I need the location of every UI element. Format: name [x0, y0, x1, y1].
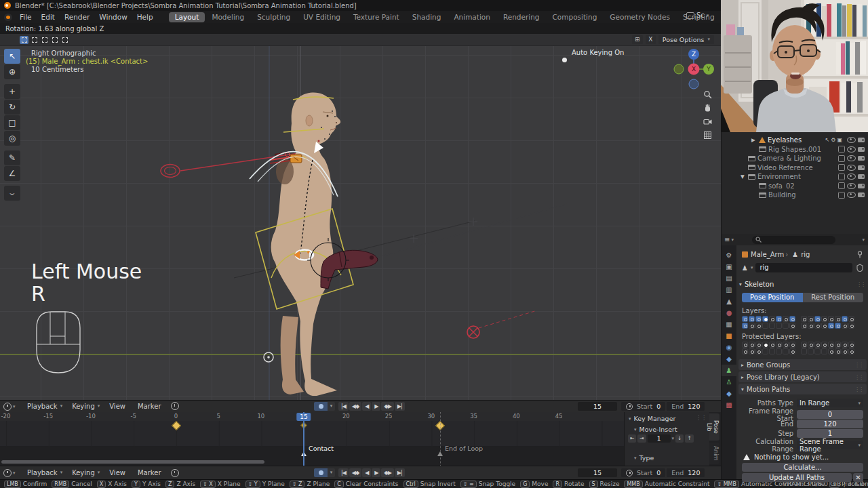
tab-pose-lib[interactable]: Pose Lib: [709, 413, 719, 441]
bone-layer-toggle[interactable]: [776, 323, 782, 329]
bone-layer-toggle[interactable]: [789, 342, 795, 348]
bone-layer-toggle[interactable]: [776, 342, 782, 348]
panel-drag-dots-icon[interactable]: ⋮⋮: [696, 415, 707, 421]
select-mode-lasso-button[interactable]: [50, 36, 59, 44]
bone-layer-toggle[interactable]: [801, 316, 807, 322]
bone-layer-toggle[interactable]: [776, 316, 782, 322]
hide-eye-icon[interactable]: [847, 183, 856, 189]
pan-hand-icon[interactable]: [701, 102, 713, 114]
outliner-item[interactable]: ▼ Environment: [722, 172, 868, 182]
bone-layer-toggle[interactable]: [842, 323, 848, 329]
frame-end-field[interactable]: End120: [667, 402, 705, 411]
bone-layer-toggle[interactable]: [749, 342, 755, 348]
bone-layer-toggle[interactable]: [789, 348, 795, 354]
bone-layer-toggle[interactable]: [814, 323, 821, 329]
rest-position-button[interactable]: Rest Position: [803, 293, 864, 302]
editor-type-button[interactable]: ≡▾: [724, 236, 734, 243]
navigation-gizmo[interactable]: Z Y X: [668, 47, 719, 92]
bone-layer-toggle[interactable]: [848, 348, 854, 354]
bone-layer-toggle[interactable]: [783, 342, 789, 348]
workspace-tab[interactable]: Animation: [448, 12, 496, 22]
search-input[interactable]: [752, 236, 835, 244]
workspace-tab[interactable]: UV Editing: [297, 12, 347, 22]
bone-layer-toggle[interactable]: [783, 323, 789, 329]
auto-keying-record-button[interactable]: [314, 468, 328, 477]
render-camera-icon[interactable]: [858, 147, 865, 152]
render-camera-icon[interactable]: [858, 165, 865, 170]
tool-annotate[interactable]: ✎: [4, 150, 20, 165]
jump-prev-key-button[interactable]: ⇤: [628, 434, 636, 443]
menu-item[interactable]: Render: [60, 12, 94, 22]
transform-orientation-x-button[interactable]: X: [646, 35, 656, 44]
bone-layer-toggle[interactable]: [749, 323, 755, 329]
bone-layer-toggle[interactable]: [742, 323, 748, 329]
camera-view-icon[interactable]: [701, 115, 713, 127]
gizmo-neg-z[interactable]: [689, 79, 698, 89]
selectability-checkbox[interactable]: [838, 155, 845, 162]
key-offset-field[interactable]: 1: [648, 434, 671, 443]
key-download-button[interactable]: ↓: [675, 434, 684, 443]
transport-button[interactable]: ◀◆: [349, 402, 361, 411]
update-all-paths-button[interactable]: Update All Paths: [742, 473, 852, 482]
render-camera-icon[interactable]: [858, 184, 865, 188]
bone-layer-toggle[interactable]: [835, 348, 841, 354]
transport-button[interactable]: ▶|: [395, 468, 405, 477]
bone-layer-toggle[interactable]: [842, 348, 848, 354]
properties-tab-texture[interactable]: ▩: [722, 399, 736, 411]
render-camera-icon[interactable]: [858, 192, 865, 197]
jump-next-key-button[interactable]: ⇥: [637, 434, 646, 443]
bone-layer-toggle[interactable]: [808, 348, 814, 354]
transport-button[interactable]: ◀: [362, 468, 371, 477]
bone-layer-toggle[interactable]: [808, 316, 814, 322]
tool-move[interactable]: +: [4, 84, 20, 99]
panel-drag-dots-icon[interactable]: ⋮⋮: [856, 281, 865, 287]
bone-layer-toggle[interactable]: [814, 348, 821, 354]
bone-layer-toggle[interactable]: [749, 348, 755, 354]
breadcrumb-data[interactable]: rig: [801, 251, 810, 258]
bone-layer-toggle[interactable]: [769, 342, 775, 348]
bone-layer-toggle[interactable]: [762, 342, 768, 348]
bone-layer-toggle[interactable]: [842, 316, 848, 322]
bone-layer-toggle[interactable]: [801, 348, 807, 354]
pin-icon[interactable]: [856, 251, 863, 258]
transport-button[interactable]: ▶: [372, 402, 380, 411]
bone-layer-toggle[interactable]: [814, 342, 821, 348]
tool-rotate[interactable]: ↻: [4, 100, 20, 115]
hide-eye-icon[interactable]: [847, 137, 856, 143]
ortho-grid-icon[interactable]: [701, 129, 713, 141]
bone-layer-toggle[interactable]: [762, 316, 768, 322]
frame-end-field[interactable]: End120: [667, 468, 705, 477]
transport-button[interactable]: ▶|: [395, 402, 405, 411]
bone-layer-toggle[interactable]: [769, 323, 775, 329]
bone-layer-toggle[interactable]: [821, 323, 827, 329]
transport-button[interactable]: ◆▶: [381, 402, 393, 411]
workspace-tab[interactable]: Layout: [169, 12, 205, 22]
bone-layer-toggle[interactable]: [828, 323, 834, 329]
transport-button[interactable]: ▶: [372, 468, 380, 477]
key-upload-button[interactable]: ↑: [685, 434, 693, 443]
selectability-checkbox[interactable]: [838, 174, 845, 180]
properties-tab-tool[interactable]: ⚙: [722, 249, 736, 261]
bone-layer-toggle[interactable]: [808, 342, 814, 348]
properties-tab-collection[interactable]: ▦: [722, 319, 736, 330]
chevron-down-icon[interactable]: ▾: [862, 237, 865, 243]
transport-button[interactable]: |◀: [338, 468, 349, 477]
hide-eye-icon[interactable]: [847, 165, 856, 171]
outliner-item[interactable]: Video Reference: [722, 163, 868, 173]
select-mode-extra-button[interactable]: [60, 36, 69, 44]
viewport-3d[interactable]: ↖ ⊕ + ↻ □ ◎ ✎ ∠ ⌣ Right Orthographic (15…: [0, 46, 721, 400]
transport-button[interactable]: ◀◆: [349, 468, 361, 477]
editor-type-button[interactable]: ▾: [2, 402, 20, 411]
step-field[interactable]: 1: [797, 429, 863, 438]
tool-measure[interactable]: ∠: [4, 166, 20, 181]
workspace-tab[interactable]: Modeling: [205, 12, 250, 22]
properties-tab-bone-constraints[interactable]: ◆: [722, 388, 736, 399]
close-icon[interactable]: ✕: [853, 473, 863, 482]
bone-layer-toggle[interactable]: [828, 348, 834, 354]
pose-options-dropdown[interactable]: Pose Options ▾: [658, 35, 714, 44]
bone-layer-toggle[interactable]: [801, 342, 807, 348]
auto-keying-record-button[interactable]: [314, 402, 328, 411]
select-mode-circle-button[interactable]: [40, 36, 49, 44]
bone-layer-toggle[interactable]: [821, 316, 827, 322]
playhead-frame-badge[interactable]: 15: [296, 413, 311, 421]
